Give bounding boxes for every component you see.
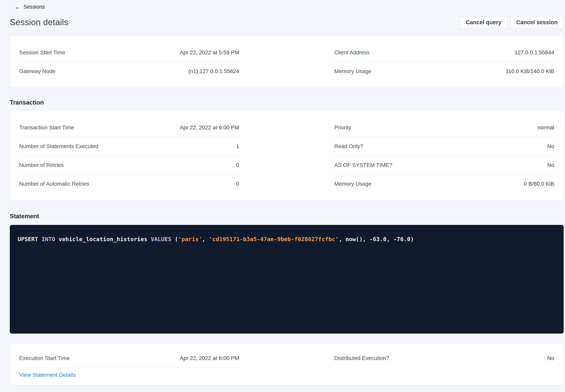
row-value: Apr 22, 2022 at 6:00 PM — [180, 355, 239, 361]
row-label: Execution Start Time — [19, 355, 70, 361]
row-label: Gateway Node — [19, 68, 55, 74]
row-label: Read Only? — [334, 143, 363, 150]
arrow-left-icon: ← — [15, 4, 20, 10]
row-value: 0 — [236, 162, 239, 168]
priority-row: Priority normal — [334, 118, 554, 137]
row-label: Priority — [334, 125, 351, 131]
row-label: Session Start Time — [19, 49, 65, 56]
sql-keyword: VALUES — [151, 236, 171, 242]
row-value: 0 B/60.0 KiB — [524, 181, 554, 187]
row-label: Transaction Start Time — [19, 125, 74, 131]
row-value: Apr 22, 2022 at 6:00 PM — [180, 125, 239, 131]
gateway-node-row: Gateway Node (n1) 127.0.0.1:55624 — [19, 62, 239, 81]
read-only-row: Read Only? No — [334, 137, 554, 156]
execution-start-time-row: Execution Start Time Apr 22, 2022 at 6:0… — [19, 349, 239, 368]
session-summary-card: Session Start Time Apr 22, 2022 at 5:59 … — [10, 36, 564, 88]
execution-card: Execution Start Time Apr 22, 2022 at 6:0… — [10, 344, 564, 385]
retries-row: Number of Retries 0 — [19, 156, 239, 174]
page-title: Session details — [10, 17, 68, 27]
statements-executed-row: Number of Statements Executed 1 — [19, 137, 239, 156]
transaction-start-time-row: Transaction Start Time Apr 22, 2022 at 6… — [19, 118, 239, 137]
row-label: Distributed Execution? — [334, 355, 389, 361]
row-label: Number of Statements Executed — [19, 143, 98, 150]
sql-token: vehicle_location_histories — [55, 236, 151, 242]
transaction-section-heading: Transaction — [10, 99, 565, 106]
row-value: 127.0.0.1:55644 — [515, 49, 554, 56]
sql-token: UPSERT — [18, 236, 42, 242]
sql-string: 'paris' — [178, 236, 202, 242]
row-value: No — [547, 162, 554, 168]
row-value: 0 — [236, 181, 239, 187]
row-value: 1 — [236, 143, 239, 150]
distributed-execution-row: Distributed Execution? No — [334, 349, 554, 368]
session-start-time-row: Session Start Time Apr 22, 2022 at 5:59 … — [19, 43, 239, 62]
cancel-session-button[interactable]: Cancel session — [510, 16, 564, 28]
row-value: No — [547, 143, 554, 150]
sql-string: 'cd195171-b3a5-47ae-9beb-f028627fcfbc' — [209, 236, 339, 242]
automatic-retries-row: Number of Automatic Retries 0 — [19, 174, 239, 193]
row-label: AS OF SYSTEM TIME? — [334, 162, 392, 168]
txn-memory-usage-row: Memory Usage 0 B/60.0 KiB — [334, 174, 554, 193]
row-label: Memory Usage — [334, 68, 372, 74]
row-label: Number of Retries — [19, 162, 64, 168]
header-actions: Cancel query Cancel session — [460, 16, 564, 28]
row-label: Client Address — [334, 49, 370, 56]
cancel-query-button[interactable]: Cancel query — [460, 16, 507, 28]
sql-statement: UPSERT INTO vehicle_location_histories V… — [18, 235, 556, 243]
view-statement-details-link[interactable]: View Statement Details — [19, 372, 76, 378]
sql-keyword: INTO — [42, 236, 55, 242]
row-value: normal — [537, 125, 554, 131]
row-value: No — [547, 355, 554, 361]
statement-sql-box: UPSERT INTO vehicle_location_histories V… — [10, 225, 564, 334]
gateway-node-link[interactable]: (n1) 127.0.0.1:55624 — [188, 68, 239, 74]
row-label: Number of Automatic Retries — [19, 181, 89, 187]
statement-section-heading: Statement — [10, 213, 565, 220]
as-of-system-time-row: AS OF SYSTEM TIME? No — [334, 156, 554, 174]
client-address-row: Client Address 127.0.0.1:55644 — [334, 43, 554, 62]
row-value: 110.0 KiB/140.0 KiB — [506, 68, 554, 74]
sql-token: , — [202, 236, 209, 242]
breadcrumb-back-sessions[interactable]: ← Sessions — [0, 0, 45, 10]
breadcrumb-label: Sessions — [23, 4, 45, 10]
row-value: Apr 22, 2022 at 5:59 PM — [180, 49, 239, 56]
sql-token: ( — [171, 236, 178, 242]
memory-usage-row: Memory Usage 110.0 KiB/140.0 KiB — [334, 62, 554, 81]
transaction-card: Transaction Start Time Apr 22, 2022 at 6… — [10, 111, 564, 200]
row-label: Memory Usage — [334, 181, 372, 187]
sql-token: , now(), -63.0, -76.0) — [339, 236, 414, 242]
